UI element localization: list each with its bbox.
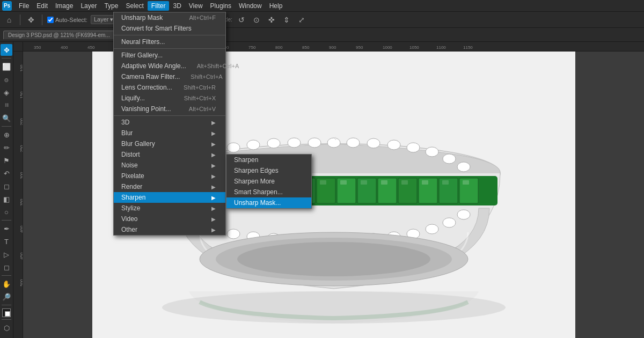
pen-tool[interactable]: ✒ bbox=[1, 223, 12, 234]
home-icon[interactable]: ⌂ bbox=[3, 14, 15, 26]
3d-roll-icon[interactable]: ⊙ bbox=[251, 14, 262, 26]
menu-help[interactable]: Help bbox=[266, 1, 287, 11]
svg-point-7 bbox=[247, 140, 260, 150]
transform4-icon[interactable]: □ bbox=[172, 14, 184, 26]
svg-point-13 bbox=[367, 138, 380, 148]
canvas-content: ✦ ✦ ✦ bbox=[23, 52, 644, 338]
document-tab[interactable]: Design 3 PSD.psd @ 121% (FK6994-em... bbox=[3, 31, 115, 39]
3d-slide-icon[interactable]: ⇕ bbox=[281, 14, 292, 26]
eraser-tool[interactable]: ◻ bbox=[1, 180, 12, 192]
ring-canvas: ✦ ✦ ✦ bbox=[92, 52, 575, 338]
ruler-mark-1050: 1050 bbox=[409, 45, 419, 50]
dodge-tool[interactable]: ○ bbox=[1, 206, 12, 218]
svg-point-5 bbox=[208, 147, 221, 157]
quick-mask-tool[interactable]: ⬡ bbox=[1, 322, 12, 334]
foreground-color[interactable] bbox=[2, 308, 11, 317]
lt-sep3 bbox=[2, 220, 11, 221]
3d-mode-label: 3D Mode: bbox=[209, 17, 232, 23]
toolbar-sep1 bbox=[20, 14, 20, 25]
3d-rotate-icon[interactable]: ↺ bbox=[236, 14, 247, 26]
svg-text:✦: ✦ bbox=[196, 153, 199, 157]
auto-select-checkbox[interactable] bbox=[47, 17, 54, 23]
lt-sep2 bbox=[2, 126, 11, 127]
ruler-mark-650: 650 bbox=[195, 45, 202, 50]
auto-select-label: Auto-Select: bbox=[55, 17, 87, 23]
main-toolbar: ⌂ ✥ Auto-Select: Layer ▾ ⊕ ⊞ ⊟ □ ••• 3D … bbox=[0, 12, 644, 28]
marquee-tool[interactable]: ⬜ bbox=[1, 61, 12, 72]
svg-rect-50 bbox=[422, 180, 428, 185]
svg-point-66 bbox=[426, 224, 438, 234]
svg-point-15 bbox=[407, 143, 420, 152]
svg-rect-49 bbox=[401, 180, 408, 185]
transform1-icon[interactable]: ⊕ bbox=[127, 14, 139, 26]
menu-view[interactable]: View bbox=[185, 1, 207, 11]
ruler-v-mark5: 300 bbox=[19, 172, 24, 179]
lt-sep6 bbox=[2, 319, 11, 320]
tab-toolbar: Design 3 PSD.psd @ 121% (FK6994-em... bbox=[0, 28, 644, 42]
svg-rect-39 bbox=[197, 180, 204, 185]
ruler-corner bbox=[13, 42, 23, 52]
toolbar-sep4 bbox=[204, 14, 204, 25]
transform3-icon[interactable]: ⊟ bbox=[157, 14, 169, 26]
hand-tool[interactable]: ✋ bbox=[1, 278, 12, 290]
menu-select[interactable]: Select bbox=[122, 1, 147, 11]
type-tool[interactable]: T bbox=[1, 236, 12, 247]
menu-image[interactable]: Image bbox=[52, 1, 77, 11]
menu-window[interactable]: Window bbox=[235, 1, 266, 11]
brush-tool[interactable]: ✏ bbox=[1, 142, 12, 153]
zoom-tool[interactable]: 🔎 bbox=[1, 291, 12, 303]
ruler-mark-400: 400 bbox=[61, 45, 68, 50]
menu-filter[interactable]: Filter bbox=[148, 1, 170, 11]
menu-file[interactable]: File bbox=[15, 1, 33, 11]
svg-point-71 bbox=[237, 242, 430, 276]
menu-plugins[interactable]: Plugins bbox=[207, 1, 235, 11]
ruler-v-mark: 100 bbox=[19, 65, 24, 72]
svg-point-8 bbox=[267, 138, 280, 148]
more-options-icon[interactable]: ••• bbox=[187, 14, 199, 26]
transform2-icon[interactable]: ⊞ bbox=[142, 14, 154, 26]
ruler-mark-800: 800 bbox=[275, 45, 282, 50]
eyedropper-tool[interactable]: 🔍 bbox=[1, 112, 12, 124]
spot-heal-tool[interactable]: ⊕ bbox=[1, 129, 12, 141]
ruler-mark-450: 450 bbox=[87, 45, 94, 50]
history-tool[interactable]: ↶ bbox=[1, 167, 12, 179]
svg-rect-45 bbox=[320, 180, 326, 185]
gradient-tool[interactable]: ◧ bbox=[1, 193, 12, 205]
stamp-tool[interactable]: ⚑ bbox=[1, 155, 12, 166]
menu-type[interactable]: Type bbox=[100, 1, 122, 11]
svg-point-67 bbox=[443, 218, 456, 227]
ruler-mark-900: 900 bbox=[329, 45, 336, 50]
3d-scale-icon[interactable]: ⤢ bbox=[296, 14, 308, 26]
menu-edit[interactable]: Edit bbox=[33, 1, 52, 11]
ruler-mark-750: 750 bbox=[248, 45, 255, 50]
svg-point-16 bbox=[426, 147, 438, 157]
layer-dropdown[interactable]: Layer ▾ bbox=[91, 15, 117, 24]
svg-point-18 bbox=[457, 162, 470, 172]
ruler-mark-1000: 1000 bbox=[383, 45, 392, 50]
background-color[interactable] bbox=[5, 311, 10, 317]
move-tool[interactable]: ✥ bbox=[1, 44, 12, 56]
3d-pan-icon[interactable]: ✜ bbox=[266, 14, 277, 26]
svg-point-10 bbox=[308, 138, 321, 148]
menu-3d[interactable]: 3D bbox=[169, 1, 185, 11]
svg-rect-38 bbox=[177, 180, 184, 185]
lasso-tool[interactable]: ⌾ bbox=[1, 74, 12, 85]
ruler-mark-850: 850 bbox=[302, 45, 309, 50]
move-tool-icon[interactable]: ✥ bbox=[25, 14, 37, 26]
lt-sep1 bbox=[2, 58, 11, 58]
svg-point-12 bbox=[347, 138, 360, 148]
menu-layer[interactable]: Layer bbox=[77, 1, 100, 11]
emerald-stones bbox=[174, 178, 478, 203]
path-tool[interactable]: ▷ bbox=[1, 248, 12, 260]
ruler-v-mark3: 200 bbox=[19, 119, 24, 126]
svg-rect-44 bbox=[299, 180, 306, 185]
crop-tool[interactable]: ⌗ bbox=[1, 99, 12, 111]
shape-tool[interactable]: ◻ bbox=[1, 261, 12, 273]
ruler-mark-1100: 1100 bbox=[436, 45, 446, 50]
object-select-tool[interactable]: ◈ bbox=[1, 86, 12, 98]
svg-rect-47 bbox=[361, 180, 367, 185]
svg-point-56 bbox=[227, 229, 240, 239]
ruler-mark-350: 350 bbox=[34, 45, 41, 50]
ruler-vertical: 100 150 200 250 300 350 400 450 500 bbox=[13, 52, 23, 338]
svg-rect-40 bbox=[218, 180, 224, 185]
